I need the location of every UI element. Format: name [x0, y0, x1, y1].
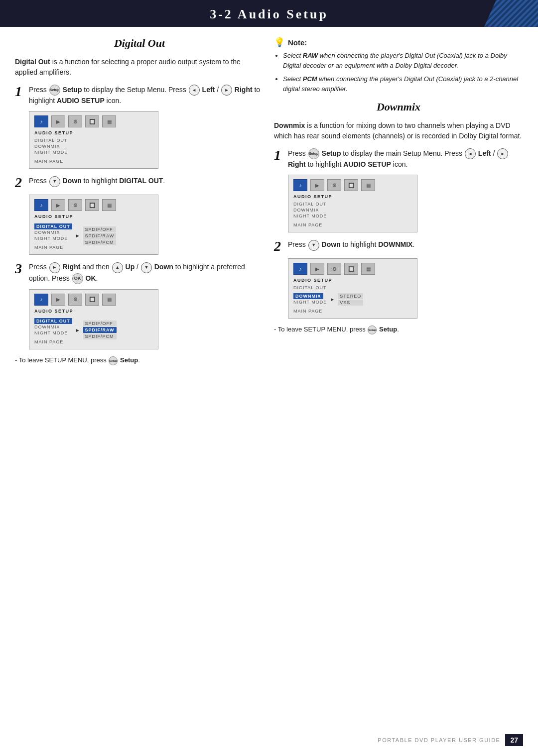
menu-arrow-l3: ►: [75, 327, 80, 333]
submenu-spdif-pcm-l2: SPDIF/PCM: [83, 239, 117, 245]
menu-icon-setup-r1: ⚙: [327, 179, 341, 191]
step-3-text: Press ► Right and then ▲ Up / ▼ Down to …: [29, 262, 264, 284]
menu-icon-video-2: ▶: [51, 199, 65, 211]
menu-icon-photo: 🔲: [85, 115, 99, 127]
right-btn-icon-1: ►: [221, 85, 232, 96]
left-section-title: Digital Out: [15, 37, 264, 50]
down-btn-icon-2: ▼: [49, 176, 60, 187]
menu-icon-display-3: ▦: [102, 294, 116, 306]
right-step-2: 2 Press ▼ Down to highlight DOWNMIX.: [274, 239, 523, 253]
right-footer-note: - To leave SETUP MENU, press Setup Setup…: [274, 325, 523, 334]
setup-label-footer-left: Setup: [120, 356, 138, 364]
menu-screenshot-left-2: ♪ ▶ ⚙ 🔲 ▦ AUDIO SETUP DIGITAL OUT DOWNMI…: [29, 195, 158, 255]
menu-icon-audio-r1: ♪: [293, 179, 307, 191]
right-step-1-text: Press Setup Setup to display the main Se…: [288, 148, 523, 170]
menu-icon-video-3: ▶: [51, 294, 65, 306]
header-decoration: [478, 0, 538, 27]
menu-icon-display-r1: ▦: [361, 179, 375, 191]
menu-icons-row-2: ♪ ▶ ⚙ 🔲 ▦: [34, 199, 153, 211]
left-intro: Digital Out is a function for selecting …: [15, 57, 264, 78]
menu-item-nightmode-l2: NIGHT MODE: [34, 235, 72, 241]
menu-item-mainpage-r1: MAIN PAGE: [293, 222, 412, 228]
menu-icon-display: ▦: [102, 115, 116, 127]
menu-icon-video: ▶: [51, 115, 65, 127]
left-step-1: 1 Press Setup Setup to display the Setup…: [15, 85, 264, 106]
menu-item-mainpage-l3: MAIN PAGE: [34, 339, 72, 345]
menu-item-downmix-r2: DOWNMIX: [293, 293, 323, 299]
right-section-title: Downmix: [274, 101, 523, 113]
setup-btn-footer-right: Setup: [368, 325, 377, 334]
raw-bold: RAW: [303, 52, 318, 59]
menu-title-l3: AUDIO SETUP: [34, 309, 153, 314]
right-step-number-1: 1: [274, 148, 285, 162]
right-step-2-text: Press ▼ Down to highlight DOWNMIX.: [288, 239, 414, 250]
step-2-text: Press ▼ Down to highlight DIGITAL OUT.: [29, 176, 165, 187]
right-btn-r1: ►: [497, 148, 508, 159]
menu-arrow-l2: ►: [75, 233, 80, 238]
menu-item-mainpage-l1: MAIN PAGE: [34, 158, 153, 164]
right-step-number-2: 2: [274, 239, 285, 253]
menu-item-digital-out-l1: DIGITAL OUT: [34, 137, 153, 143]
submenu-options-l3: SPDIF/OFF SPDIF/RAW SPDIF/PCM: [83, 321, 117, 339]
submenu-stereo-r2: STEREO: [338, 293, 363, 299]
menu-arrow-r2: ►: [330, 297, 335, 302]
menu-item-mainpage-l2: MAIN PAGE: [34, 244, 72, 250]
menu-item-digital-out-l2: DIGITAL OUT: [34, 223, 72, 229]
menu-title-l1: AUDIO SETUP: [34, 130, 153, 135]
step-1-text: Press Setup Setup to display the Setup M…: [29, 85, 264, 106]
setup-btn-footer-left: Setup: [109, 356, 118, 365]
submenu-options-l2: SPDIF/OFF SPDIF/RAW SPDIF/PCM: [83, 226, 117, 245]
menu-title-r2: AUDIO SETUP: [293, 278, 412, 283]
submenu-spdif-pcm-l3: SPDIF/PCM: [83, 333, 117, 339]
menu-item-downmix-l1: DOWNMIX: [34, 143, 153, 149]
setup-btn-r1: Setup: [308, 148, 319, 159]
right-intro-text: is a function for mixing down to two cha…: [274, 121, 522, 140]
menu-icon-audio: ♪: [34, 115, 48, 127]
menu-item-digital-out-r1: DIGITAL OUT: [293, 201, 412, 207]
submenu-spdif-off-l3: SPDIF/OFF: [83, 321, 117, 326]
step-number-1: 1: [15, 85, 26, 99]
step-number-3: 3: [15, 262, 26, 276]
menu-icons-row-r1: ♪ ▶ ⚙ 🔲 ▦: [293, 179, 412, 191]
menu-icon-photo-2: 🔲: [85, 199, 99, 211]
menu-item-downmix-r1: DOWNMIX: [293, 207, 412, 213]
left-step-2: 2 Press ▼ Down to highlight DIGITAL OUT.: [15, 176, 264, 190]
left-btn-icon-1: ◄: [189, 85, 200, 96]
note-title-text: Note:: [288, 38, 307, 47]
submenu-spdif-raw-l2: SPDIF/RAW: [83, 233, 117, 239]
menu-icon-setup-2: ⚙: [68, 199, 82, 211]
menu-submenu-l2: DIGITAL OUT DOWNMIX NIGHT MODE MAIN PAGE…: [34, 221, 153, 250]
digital-out-bold: Digital Out: [15, 58, 50, 66]
submenu-vss-r2: VSS: [338, 300, 363, 306]
right-step-1: 1 Press Setup Setup to display the main …: [274, 148, 523, 170]
menu-icons-row-r2: ♪ ▶ ⚙ 🔲 ▦: [293, 263, 412, 275]
setup-btn-icon-1: Setup: [49, 85, 60, 96]
right-btn-icon-3: ►: [49, 262, 60, 273]
submenu-spdif-raw-l3: SPDIF/RAW: [83, 327, 117, 333]
note-list: Select RAW when connecting the player's …: [274, 51, 523, 94]
left-column: Digital Out Digital Out is a function fo…: [15, 37, 264, 365]
note-item-1: Select RAW when connecting the player's …: [283, 51, 523, 70]
menu-item-nightmode-r2: NIGHT MODE: [293, 299, 327, 305]
page-footer: PORTABLE DVD PLAYER USER GUIDE 27: [378, 734, 523, 746]
up-btn-icon-3: ▲: [112, 262, 123, 273]
menu-item-downmix-l2: DOWNMIX: [34, 229, 72, 235]
menu-icon-setup-r2: ⚙: [327, 263, 341, 275]
submenu-options-r2: STEREO VSS: [338, 293, 363, 306]
header-title: 3-2 Audio Setup: [210, 7, 328, 21]
menu-item-nightmode-r1: NIGHT MODE: [293, 213, 412, 219]
note-box: 💡 Note: Select RAW when connecting the p…: [274, 37, 523, 94]
submenu-spdif-off-l2: SPDIF/OFF: [83, 226, 117, 232]
menu-icon-display-r2: ▦: [361, 263, 375, 275]
note-title: 💡 Note:: [274, 37, 523, 48]
setup-label-footer-right: Setup: [379, 326, 397, 333]
menu-icon-audio-3: ♪: [34, 294, 48, 306]
menu-item-digital-out-l3: DIGITAL OUT: [34, 318, 72, 324]
guide-text: PORTABLE DVD PLAYER USER GUIDE: [378, 737, 500, 743]
menu-screenshot-right-1: ♪ ▶ ⚙ 🔲 ▦ AUDIO SETUP DIGITAL OUT DOWNMI…: [288, 175, 417, 232]
menu-icon-photo-3: 🔲: [85, 294, 99, 306]
menu-screenshot-left-3: ♪ ▶ ⚙ 🔲 ▦ AUDIO SETUP DIGITAL OUT DOWNMI…: [29, 289, 158, 349]
step-number-2: 2: [15, 176, 26, 190]
menu-icon-audio-2: ♪: [34, 199, 48, 211]
menu-title-r1: AUDIO SETUP: [293, 194, 412, 199]
